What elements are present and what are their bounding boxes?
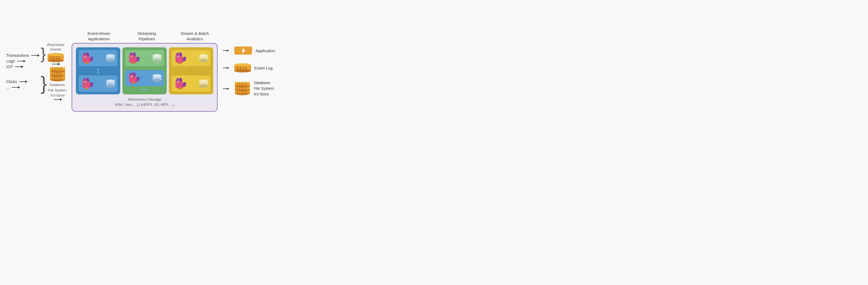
output-application-label: Application [255,49,275,53]
svg-point-40 [106,54,115,57]
svg-marker-120 [227,88,229,90]
db-stack-output-icon [234,82,251,95]
output-db-label: Database,File System,KV-Store [254,80,275,97]
main-box: Resources | Storage(K8s, Yarn, ...) | (H… [72,43,218,112]
bidir-h-arrow-icon [141,87,148,92]
db-cylinder-3 [152,54,162,63]
col-header-event-driven: Event-drivenApplications [76,31,122,41]
column-headers: Event-drivenApplications StreamingPipeli… [72,31,218,41]
yellow-col [169,47,213,94]
output-arrow-2-icon [223,67,231,68]
flink-squirrel-1 [81,52,93,64]
source-logs: Logs [6,59,39,63]
bidir-v-arrow-yellow-icon [188,68,194,74]
main-box-footer: Resources | Storage(K8s, Yarn, ...) | (H… [76,97,213,107]
brace-section: } (Real-time)Events [40,43,67,99]
outputs-section: Application Event Log [223,46,275,97]
flink-squirrel-5 [174,52,186,64]
svg-point-61 [131,56,132,57]
col-header-analytics: Stream & BatchAnalytics [172,31,218,41]
svg-marker-111 [227,67,229,69]
green-col [122,47,167,94]
svg-point-41 [106,59,115,62]
output-application: Application [223,46,275,56]
svg-rect-88 [179,62,180,63]
green-bottom-spacer [125,68,164,92]
kafka-icon [47,53,64,63]
yellow-cell-top [172,50,211,66]
flink-squirrel-2 [81,78,93,89]
svg-point-72 [131,76,132,77]
svg-point-118 [234,69,251,73]
bidir-arrow-horiz [125,87,164,92]
svg-marker-93 [190,68,192,70]
yellow-cell-bottom [172,76,211,92]
svg-point-55 [106,84,115,88]
svg-point-66 [153,59,161,62]
main-diagram: Transactions Logs IOT Clicks ... [6,31,428,112]
flink-squirrel-3 [127,52,140,64]
flink-squirrel-4 [127,72,140,84]
output-eventlog-label: Event Log [254,66,273,70]
svg-point-90 [199,54,208,57]
source-label: Logs [6,59,15,63]
output-arrow-1-icon [223,50,231,51]
blue-col-top [76,47,120,94]
main-area: Event-drivenApplications StreamingPipeli… [72,31,218,112]
svg-point-117 [234,63,251,66]
blue-cell-top [79,50,118,66]
svg-point-6 [48,59,64,62]
svg-marker-94 [190,72,192,74]
svg-marker-79 [141,88,143,91]
sources-column: Transactions Logs IOT Clicks ... [6,53,39,89]
db-cylinder-2 [106,79,115,88]
svg-point-54 [106,80,115,83]
svg-rect-74 [133,82,134,83]
svg-point-65 [153,54,161,57]
bidir-arrow-vertical-yellow [172,68,211,74]
svg-point-86 [178,56,179,57]
svg-rect-63 [133,62,134,63]
db-cylinder-5 [198,54,208,63]
flink-squirrel-6 [174,78,186,89]
db-cylinder-6 [198,79,208,88]
svg-rect-102 [179,87,180,89]
svg-marker-107 [227,50,229,52]
bidir-v-arrow-icon [95,68,101,74]
svg-point-76 [153,74,161,77]
output-arrow-3-icon [223,88,231,89]
brace-db: } [40,74,47,93]
brace-events: } [40,46,46,61]
application-icon [234,46,253,56]
green-cell-top [125,50,164,66]
source-iot: IOT [6,64,39,69]
source-label: Transactions [6,53,29,58]
col-header-streaming: StreamingPipelines [124,31,170,41]
source-transactions: Transactions [6,53,39,58]
svg-point-5 [48,53,64,56]
db-icon-group: Database,File System,KV-Store [48,67,67,100]
svg-marker-44 [97,72,99,74]
svg-point-104 [199,80,208,83]
svg-rect-52 [86,87,87,89]
svg-point-100 [178,82,179,83]
svg-point-91 [199,59,208,62]
db-label: Database,File System,KV-Store [48,82,67,98]
source-clicks: Clicks [6,79,39,84]
source-label: Clicks [6,79,17,84]
db-cylinder-1 [106,54,115,63]
blue-cell-bottom [79,76,118,92]
source-label: ... [6,85,10,89]
event-log-icon [234,63,252,73]
db-cylinder-4 [152,74,162,83]
output-eventlog: Event Log [223,63,275,73]
top-row [76,47,213,94]
db-brace-group: } [40,67,67,100]
events-label: (Real-time)Events [47,43,64,52]
svg-point-105 [199,84,208,88]
svg-point-50 [85,82,86,83]
svg-point-77 [153,79,161,82]
svg-rect-38 [86,62,87,63]
svg-marker-80 [147,88,148,91]
source-label: IOT [6,64,13,69]
